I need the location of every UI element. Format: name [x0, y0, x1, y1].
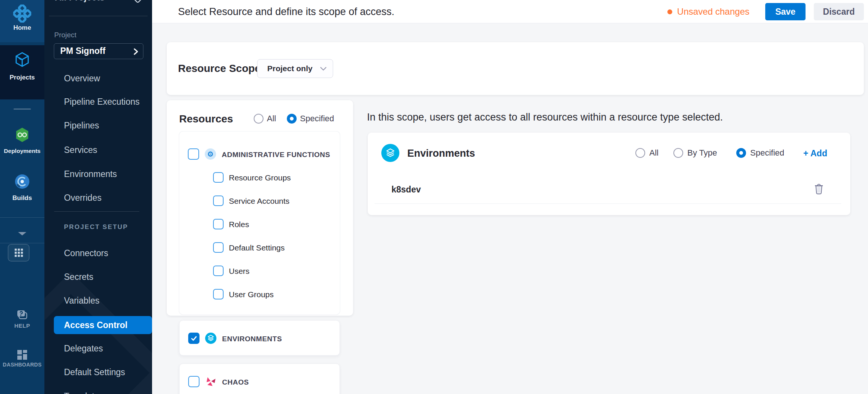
resources-radio-all[interactable]: [254, 114, 263, 124]
sidebar-item-pipeline-executions[interactable]: Pipeline Executions: [44, 93, 152, 110]
resources-radio-all-label[interactable]: All: [267, 113, 276, 124]
resource-item-k8sdev: k8sdev: [391, 185, 421, 195]
rail-divider: [14, 108, 31, 110]
unsaved-dot: [667, 9, 672, 14]
deployments-icon[interactable]: [14, 127, 30, 143]
all-projects-label: All Projects: [55, 0, 105, 3]
environments-group-card: ENVIRONMENTS: [179, 320, 340, 356]
checkbox-roles[interactable]: [213, 219, 224, 229]
rail-label-deployments: Deployments: [0, 148, 44, 154]
sidebar-item-environments[interactable]: Environments: [44, 165, 152, 183]
environments-detail-card: Environments All By Type Specified + Add…: [368, 133, 850, 215]
admin-functions-group-card: ADMINISTRATIVE FUNCTIONS Resource Groups…: [179, 131, 340, 315]
dashboards-icon[interactable]: [17, 350, 27, 360]
label-user-groups[interactable]: User Groups: [229, 290, 274, 299]
sidebar-top-row-clipped[interactable]: All Projects: [44, 0, 152, 5]
checkbox-default-settings[interactable]: [213, 242, 224, 253]
detail-radio-by-type-label[interactable]: By Type: [687, 148, 717, 158]
label-roles[interactable]: Roles: [229, 220, 249, 229]
sidebar-divider: [49, 16, 148, 16]
checkbox-resource-groups[interactable]: [213, 172, 224, 183]
detail-radio-all[interactable]: [635, 148, 645, 158]
sidebar-item-variables[interactable]: Variables: [44, 292, 152, 309]
cube-icon[interactable]: [13, 50, 31, 69]
resource-scope-select[interactable]: Project only: [257, 59, 333, 78]
sidebar-item-secrets[interactable]: Secrets: [44, 268, 152, 286]
sidebar-item-templates[interactable]: Templates: [44, 388, 152, 394]
sidebar-item-pipelines[interactable]: Pipelines: [44, 117, 152, 134]
project-label: Project: [54, 31, 76, 39]
row-divider: [375, 203, 841, 204]
sidebar-item-access-control[interactable]: Access Control: [54, 316, 152, 334]
detail-radio-by-type[interactable]: [673, 148, 683, 158]
chaos-checkbox[interactable]: [188, 376, 199, 387]
checkbox-service-accounts[interactable]: [213, 195, 224, 206]
chevron-right-icon: [133, 48, 139, 55]
resources-radio-specified[interactable]: [287, 114, 297, 124]
page-subtitle: Select Resource and define its scope of …: [178, 0, 394, 23]
chaos-icon: [205, 376, 216, 387]
chaos-group-card: CHAOS: [179, 363, 340, 394]
detail-radio-specified[interactable]: [736, 148, 746, 158]
trash-icon[interactable]: [814, 183, 824, 196]
chevron-down-icon[interactable]: [18, 232, 26, 235]
project-sidebar: All Projects Project PM Signoff Overview…: [44, 0, 152, 394]
resources-radio-specified-label[interactable]: Specified: [300, 113, 334, 124]
environments-icon: [205, 333, 216, 344]
module-grid-button[interactable]: [8, 244, 29, 261]
harness-access-control-screen: Home Projects Deployments Builds: [0, 0, 868, 394]
help-icon[interactable]: [16, 310, 28, 321]
add-resource-link[interactable]: + Add: [803, 148, 827, 159]
admin-functions-label: ADMINISTRATIVE FUNCTIONS: [222, 151, 330, 159]
resources-title: Resources: [179, 113, 233, 125]
rail-label-home: Home: [0, 24, 44, 32]
check-icon: [191, 335, 197, 342]
detail-radio-all-label[interactable]: All: [649, 148, 658, 158]
chevron-down-icon: [320, 67, 327, 71]
environments-icon: [381, 144, 399, 162]
admin-functions-icon: [205, 148, 216, 160]
resource-scope-card: Resource Scope Project only: [167, 42, 864, 95]
builds-icon[interactable]: [14, 173, 30, 190]
save-button[interactable]: Save: [765, 3, 806, 20]
discard-button[interactable]: Discard: [814, 3, 864, 20]
page-header: Select Resource and define its scope of …: [152, 0, 868, 23]
admin-functions-checkbox[interactable]: [188, 148, 199, 160]
rail-label-builds: Builds: [0, 194, 44, 202]
project-name: PM Signoff: [60, 44, 105, 58]
harness-logo-icon[interactable]: [13, 5, 31, 23]
sidebar-item-connectors[interactable]: Connectors: [44, 244, 152, 262]
diamond-icon: [132, 0, 144, 5]
resource-scope-value: Project only: [267, 60, 312, 77]
project-selector[interactable]: PM Signoff: [54, 43, 143, 59]
sidebar-item-services[interactable]: Services: [44, 141, 152, 159]
environments-checkbox[interactable]: [188, 333, 199, 344]
label-default-settings[interactable]: Default Settings: [229, 243, 285, 252]
sidebar-section-divider: [54, 211, 139, 212]
rail-label-projects: Projects: [0, 74, 44, 81]
rail-label-help: HELP: [0, 322, 44, 329]
rail-section-divider-2: [0, 243, 44, 243]
detail-radio-specified-label[interactable]: Specified: [750, 148, 784, 158]
sidebar-item-overrides[interactable]: Overrides: [44, 189, 152, 206]
sidebar-item-delegates[interactable]: Delegates: [44, 340, 152, 357]
label-resource-groups[interactable]: Resource Groups: [229, 173, 291, 182]
rail-label-dashboards: DASHBOARDS: [0, 362, 44, 368]
unsaved-changes-label: Unsaved changes: [677, 6, 749, 17]
project-setup-section-label: PROJECT SETUP: [64, 223, 128, 231]
environments-group-label: ENVIRONMENTS: [222, 335, 282, 343]
module-rail: Home Projects Deployments Builds: [0, 0, 44, 394]
rail-section-divider: [0, 217, 44, 218]
resource-scope-label: Resource Scope: [178, 42, 260, 95]
checkbox-users[interactable]: [213, 266, 224, 276]
label-users[interactable]: Users: [229, 267, 250, 276]
grid-icon: [14, 248, 23, 257]
sidebar-item-overview[interactable]: Overview: [44, 70, 152, 87]
sidebar-item-default-settings[interactable]: Default Settings: [44, 363, 152, 381]
scope-info-text: In this scope, users get access to all r…: [367, 111, 723, 123]
checkbox-user-groups[interactable]: [213, 289, 224, 299]
label-service-accounts[interactable]: Service Accounts: [229, 197, 289, 206]
chaos-group-label: CHAOS: [222, 378, 249, 386]
detail-card-title: Environments: [407, 148, 475, 159]
resources-panel: Resources All Specified ADMINISTRATIVE F…: [167, 100, 353, 316]
